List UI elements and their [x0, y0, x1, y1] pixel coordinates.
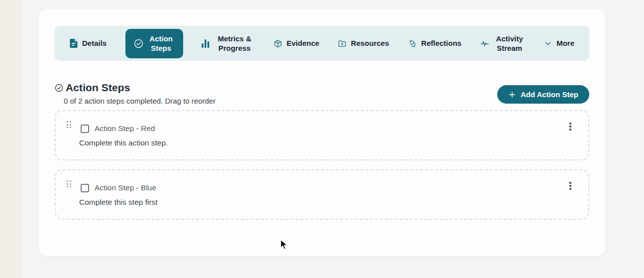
tab-more[interactable]: More — [544, 38, 574, 48]
tab-bar: Details Action Steps Metrics & Progress … — [55, 26, 589, 61]
folder-plus-icon — [338, 39, 346, 48]
tab-label: Action Steps — [148, 34, 175, 53]
tab-details[interactable]: Details — [70, 38, 107, 48]
add-action-step-button[interactable]: Add Action Step — [497, 85, 589, 104]
heading-block: Action Steps 0 of 2 action steps complet… — [55, 82, 215, 105]
tab-label: Resources — [351, 38, 389, 48]
step-description: Complete this step first — [79, 198, 158, 207]
tab-reflections[interactable]: Reflections — [408, 38, 461, 48]
step-checkbox[interactable] — [81, 184, 89, 192]
tab-label: Evidence — [287, 38, 320, 48]
tab-activity-stream[interactable]: Activity Stream — [480, 34, 526, 53]
check-circle-icon — [134, 39, 143, 48]
left-background-strip — [0, 0, 23, 278]
plus-icon — [508, 91, 516, 99]
add-button-label: Add Action Step — [521, 90, 578, 99]
pulse-icon — [480, 39, 489, 48]
kebab-menu-icon[interactable] — [566, 122, 574, 131]
chevron-down-icon — [544, 39, 552, 47]
step-title: Action Step - Blue — [95, 183, 156, 192]
tab-metrics-progress[interactable]: Metrics & Progress — [202, 34, 255, 53]
check-circle-icon — [55, 84, 63, 92]
chat-bubbles-icon — [408, 39, 417, 48]
section-header: Action Steps 0 of 2 action steps complet… — [55, 82, 589, 105]
step-description: Complete this action step. — [79, 139, 168, 147]
tab-resources[interactable]: Resources — [338, 38, 389, 48]
bar-chart-icon — [202, 39, 210, 48]
tab-label: Reflections — [421, 38, 461, 48]
action-step-card: Action Step - Red Complete this action s… — [55, 110, 589, 160]
content-panel: Details Action Steps Metrics & Progress … — [39, 9, 606, 256]
tab-label: More — [556, 38, 574, 48]
progress-subtitle: 0 of 2 action steps completed. Drag to r… — [64, 97, 215, 105]
step-checkbox[interactable] — [81, 125, 89, 133]
package-icon — [274, 39, 282, 48]
tab-label: Details — [82, 38, 107, 48]
tab-label: Activity Stream — [494, 34, 526, 53]
drag-handle-icon[interactable] — [67, 180, 73, 189]
drag-handle-icon[interactable] — [67, 121, 73, 130]
tab-evidence[interactable]: Evidence — [274, 38, 320, 48]
tab-action-steps[interactable]: Action Steps — [125, 29, 183, 58]
step-title: Action Step - Red — [95, 124, 155, 133]
kebab-menu-icon[interactable] — [566, 181, 574, 190]
page-title: Action Steps — [66, 82, 130, 94]
action-step-card: Action Step - Blue Complete this step fi… — [55, 169, 589, 220]
document-icon — [70, 39, 78, 48]
tab-label: Metrics & Progress — [214, 34, 255, 53]
